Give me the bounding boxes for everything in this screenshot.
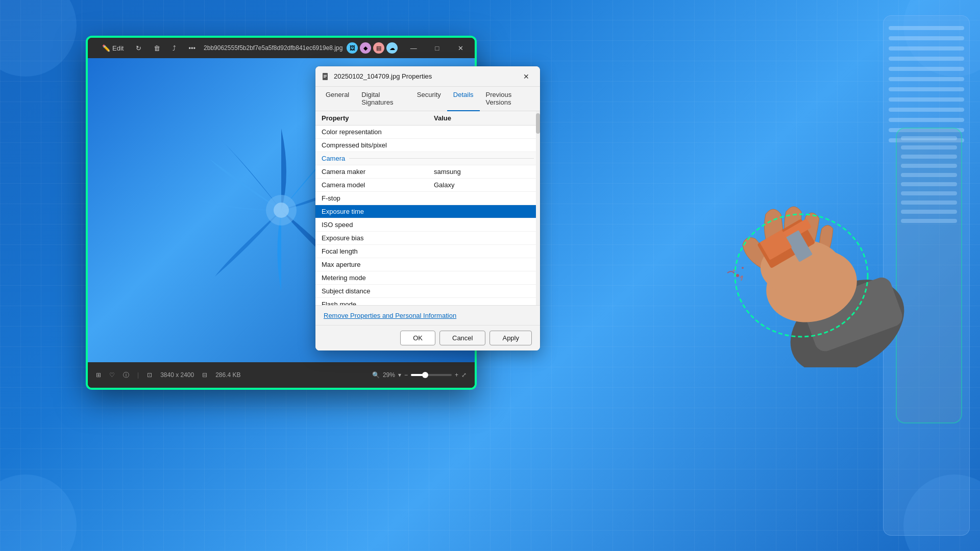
file-size: 286.4 KB <box>215 371 240 379</box>
zoom-slider[interactable] <box>411 374 452 376</box>
tray-icon-3: ▤ <box>373 42 384 54</box>
property-name: Focal length <box>315 245 428 258</box>
table-row[interactable]: Metering mode <box>315 271 540 285</box>
dimensions-icon: ⊡ <box>147 371 152 379</box>
zoom-out-icon[interactable]: 🔍 <box>372 371 380 379</box>
property-value <box>428 271 540 284</box>
trash-icon: 🗑 <box>154 44 160 52</box>
property-value <box>428 285 540 297</box>
table-row[interactable]: Exposure bias <box>315 232 540 245</box>
zoom-dropdown-icon[interactable]: ▾ <box>398 371 401 379</box>
photos-window-title: 2bb9062555f5b2bf7e5a5f8d92dfb841ec6919e8… <box>204 44 342 52</box>
delete-button[interactable]: 🗑 <box>150 42 164 54</box>
rp-line <box>889 108 964 112</box>
property-value: Galaxy <box>428 179 540 191</box>
property-name: Flash mode <box>315 298 428 305</box>
zoom-slider-thumb[interactable] <box>422 372 428 378</box>
dialog-close-button[interactable]: ✕ <box>519 69 534 84</box>
scrollbar-track[interactable] <box>536 111 540 305</box>
zoom-level: 29% <box>383 371 395 379</box>
rp-line <box>889 87 964 91</box>
property-value: samsung <box>428 165 540 178</box>
cancel-button[interactable]: Cancel <box>439 331 485 345</box>
rp-line <box>889 36 964 40</box>
heart-icon: ♡ <box>109 371 115 379</box>
ok-button[interactable]: OK <box>400 331 435 345</box>
property-name: Subject distance <box>315 285 428 297</box>
property-name: Color representation <box>315 126 428 138</box>
zoom-slider-fill <box>411 374 423 376</box>
svg-point-14 <box>736 274 739 277</box>
fullscreen-icon[interactable]: ⤢ <box>461 371 467 379</box>
remove-properties-area: Remove Properties and Personal Informati… <box>315 305 540 325</box>
zoom-plus-icon[interactable]: + <box>455 371 458 379</box>
info-icon: ⓘ <box>123 371 129 380</box>
properties-table: Property Value Color representation Comp… <box>315 111 540 305</box>
table-row[interactable]: F-stop <box>315 192 540 205</box>
property-name: Metering mode <box>315 271 428 284</box>
property-value <box>428 218 540 231</box>
tray-icon-2: ◆ <box>360 42 371 54</box>
svg-rect-4 <box>324 76 327 77</box>
properties-dialog: 20250102_104709.jpg Properties ✕ General… <box>315 66 540 350</box>
zoom-control: 🔍 29% ▾ − + ⤢ <box>372 371 467 379</box>
remove-properties-link[interactable]: Remove Properties and Personal Informati… <box>324 312 456 319</box>
rp-line <box>889 67 964 71</box>
image-dimensions: 3840 x 2400 <box>160 371 194 379</box>
tab-previous-versions[interactable]: Previous Versions <box>480 87 536 111</box>
more-button[interactable]: ••• <box>184 42 200 54</box>
property-name: Camera model <box>315 179 428 191</box>
rp-line <box>889 57 964 61</box>
property-name: Exposure time <box>315 205 428 218</box>
zoom-minus-icon[interactable]: − <box>404 371 408 379</box>
tab-general[interactable]: General <box>320 87 355 111</box>
table-header: Property Value <box>315 111 540 126</box>
window-controls: — □ ✕ <box>402 38 472 58</box>
table-row-selected[interactable]: Exposure time <box>315 205 540 218</box>
svg-point-15 <box>742 267 744 269</box>
property-name: Camera maker <box>315 165 428 178</box>
close-button[interactable]: ✕ <box>449 38 472 58</box>
dialog-tabs: General Digital Signatures Security Deta… <box>315 87 540 111</box>
tab-security[interactable]: Security <box>411 87 447 111</box>
rp-line <box>889 46 964 51</box>
scrollbar-thumb[interactable] <box>536 113 540 134</box>
tray-icon-1: 🖼 <box>347 42 358 54</box>
edit-button[interactable]: ✏️ Edit <box>98 42 128 54</box>
table-row[interactable]: Camera maker samsung <box>315 165 540 179</box>
separator: | <box>137 371 139 379</box>
dialog-buttons: OK Cancel Apply <box>315 325 540 350</box>
property-name: ISO speed <box>315 218 428 231</box>
apply-button[interactable]: Apply <box>489 331 532 345</box>
rotate-button[interactable]: ↻ <box>132 42 145 54</box>
edit-icon: ✏️ <box>102 44 110 52</box>
hand-eraser-illustration <box>633 112 914 367</box>
taskbar-tray-icons: 🖼 ◆ ▤ ☁ <box>347 42 398 54</box>
property-value <box>428 205 540 218</box>
tab-details[interactable]: Details <box>447 87 480 111</box>
share-icon: ⤴ <box>173 44 176 52</box>
svg-rect-5 <box>324 77 326 78</box>
group-header-camera: Camera <box>315 152 540 165</box>
tray-icon-4: ☁ <box>386 42 398 54</box>
table-row[interactable]: ISO speed <box>315 218 540 232</box>
property-name: Max aperture <box>315 258 428 271</box>
table-row[interactable]: Flash mode <box>315 298 540 305</box>
table-row[interactable]: Compressed bits/pixel <box>315 139 540 152</box>
rp-line <box>889 77 964 81</box>
property-name: Exposure bias <box>315 232 428 244</box>
dialog-titlebar: 20250102_104709.jpg Properties ✕ <box>315 66 540 87</box>
table-row[interactable]: Max aperture <box>315 258 540 271</box>
table-row[interactable]: Color representation <box>315 126 540 139</box>
filesize-icon: ⊟ <box>202 371 207 379</box>
table-row[interactable]: Subject distance <box>315 285 540 298</box>
maximize-button[interactable]: □ <box>425 38 449 58</box>
view-icon: ⊞ <box>96 371 101 379</box>
property-value <box>428 258 540 271</box>
minimize-button[interactable]: — <box>402 38 425 58</box>
table-row[interactable]: Camera model Galaxy <box>315 179 540 192</box>
tab-digital-signatures[interactable]: Digital Signatures <box>355 87 411 111</box>
rp-line <box>889 26 964 30</box>
share-button[interactable]: ⤴ <box>168 42 180 54</box>
table-row[interactable]: Focal length <box>315 245 540 258</box>
